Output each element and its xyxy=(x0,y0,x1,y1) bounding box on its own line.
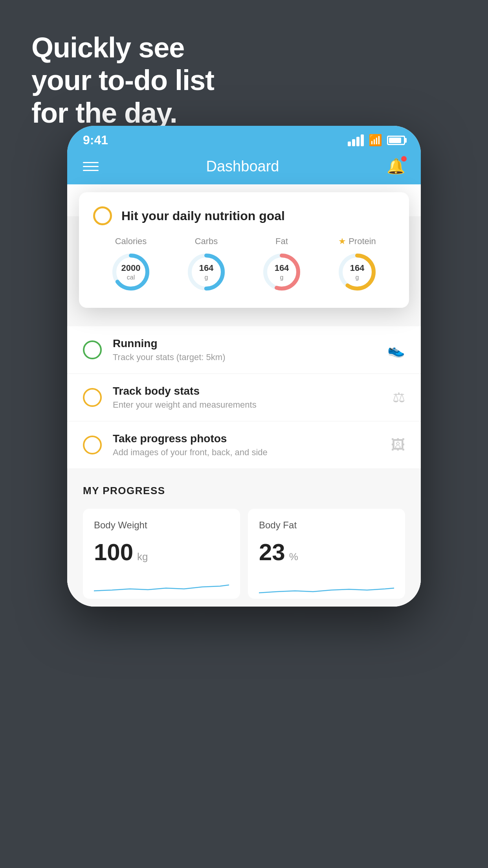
protein-label: ★ Protein xyxy=(338,236,376,246)
carbs-donut: 164 g xyxy=(185,250,228,294)
protein-star-icon: ★ xyxy=(338,236,346,246)
body-weight-chart xyxy=(94,575,229,599)
nutrition-card: Hit your daily nutrition goal Calories 2… xyxy=(79,192,409,308)
status-time: 9:41 xyxy=(83,133,108,147)
protein-donut: 164 g xyxy=(336,250,379,294)
todo-sub-photos: Add images of your front, back, and side xyxy=(113,447,380,458)
photo-icon: 🖼 xyxy=(391,437,405,453)
notification-badge xyxy=(401,156,407,162)
notification-button[interactable]: 🔔 xyxy=(387,158,405,175)
body-weight-value: 100 kg xyxy=(94,539,229,566)
todo-list: Running Track your stats (target: 5km) 👟… xyxy=(67,326,421,469)
todo-title-body-stats: Track body stats xyxy=(113,385,382,397)
todo-title-photos: Take progress photos xyxy=(113,432,380,445)
body-weight-card[interactable]: Body Weight 100 kg xyxy=(83,509,240,599)
body-fat-card[interactable]: Body Fat 23 % xyxy=(248,509,405,599)
status-bar: 9:41 📶 xyxy=(67,126,421,151)
todo-item-photos[interactable]: Take progress photos Add images of your … xyxy=(67,421,421,469)
todo-circle-running xyxy=(83,340,102,359)
wifi-icon: 📶 xyxy=(369,134,382,147)
card-title: Hit your daily nutrition goal xyxy=(121,209,285,223)
body-fat-value: 23 % xyxy=(259,539,394,566)
hero-text: Quickly see your to-do list for the day. xyxy=(31,31,214,129)
body-fat-unit: % xyxy=(289,551,298,563)
hero-line3: for the day. xyxy=(31,97,214,129)
todo-text-body-stats: Track body stats Enter your weight and m… xyxy=(113,385,382,410)
carbs-value: 164 g xyxy=(185,250,228,294)
body-weight-number: 100 xyxy=(94,539,133,566)
scale-icon: ⚖ xyxy=(393,389,405,406)
hero-line1: Quickly see xyxy=(31,31,214,64)
nutrition-item-carbs: Carbs 164 g xyxy=(185,236,228,294)
todo-title-running: Running xyxy=(113,337,376,350)
body-fat-title: Body Fat xyxy=(259,520,394,531)
body-fat-chart xyxy=(259,575,394,599)
fat-donut: 164 g xyxy=(260,250,303,294)
app-header: Dashboard 🔔 xyxy=(67,151,421,184)
nutrition-item-calories: Calories 2000 cal xyxy=(109,236,152,294)
fat-value: 164 g xyxy=(260,250,303,294)
protein-value: 164 g xyxy=(336,250,379,294)
todo-sub-running: Track your stats (target: 5km) xyxy=(113,352,376,362)
card-title-row: Hit your daily nutrition goal xyxy=(93,206,395,225)
app-content: THINGS TO DO TODAY Hit your daily nutrit… xyxy=(67,184,421,607)
todo-item-running[interactable]: Running Track your stats (target: 5km) 👟 xyxy=(67,326,421,374)
body-fat-number: 23 xyxy=(259,539,285,566)
calories-label: Calories xyxy=(115,236,147,246)
todo-sub-body-stats: Enter your weight and measurements xyxy=(113,400,382,410)
todo-circle-body-stats xyxy=(83,388,102,407)
todo-circle-photos xyxy=(83,436,102,454)
phone-frame: 9:41 📶 Dashboard 🔔 THINGS TO DO TODAY xyxy=(67,126,421,607)
signal-icon xyxy=(348,134,364,146)
shoe-icon: 👟 xyxy=(387,342,405,358)
todo-text-photos: Take progress photos Add images of your … xyxy=(113,432,380,458)
progress-header: MY PROGRESS xyxy=(83,485,405,497)
battery-icon xyxy=(387,136,405,145)
hero-line2: your to-do list xyxy=(31,64,214,97)
calories-value: 2000 cal xyxy=(109,250,152,294)
carbs-label: Carbs xyxy=(195,236,218,246)
nutrition-item-fat: Fat 164 g xyxy=(260,236,303,294)
todo-item-body-stats[interactable]: Track body stats Enter your weight and m… xyxy=(67,374,421,421)
progress-section: MY PROGRESS Body Weight 100 kg xyxy=(67,469,421,607)
header-title: Dashboard xyxy=(206,158,279,175)
nutrition-circles: Calories 2000 cal Carbs xyxy=(93,236,395,294)
card-circle-indicator xyxy=(93,206,112,225)
nutrition-item-protein: ★ Protein 164 g xyxy=(336,236,379,294)
fat-label: Fat xyxy=(275,236,288,246)
progress-cards: Body Weight 100 kg Body Fat 23 xyxy=(83,509,405,599)
calories-donut: 2000 cal xyxy=(109,250,152,294)
menu-button[interactable] xyxy=(83,162,99,171)
todo-text-running: Running Track your stats (target: 5km) xyxy=(113,337,376,362)
status-icons: 📶 xyxy=(348,134,405,147)
body-weight-unit: kg xyxy=(137,551,148,563)
body-weight-title: Body Weight xyxy=(94,520,229,531)
